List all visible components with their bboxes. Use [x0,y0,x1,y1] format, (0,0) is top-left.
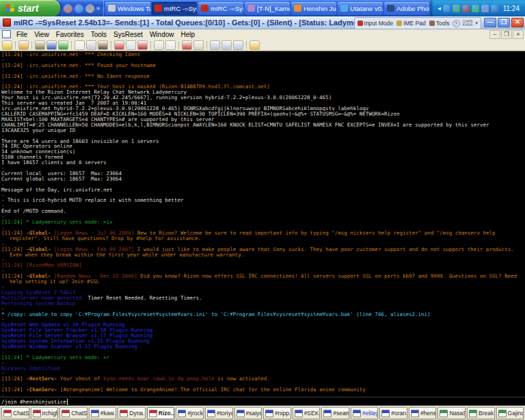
switchbar-button[interactable]: #elitej... [351,407,379,419]
clipboard-icon[interactable] [193,40,204,50]
ime-item-icon [429,21,435,26]
restore-button[interactable]: ❐ [498,18,510,27]
menu-item-favorites[interactable]: Favorites [53,31,88,38]
mirc-window: mIRC -=SysReset 2.54b13=- Sends:[1] - To… [0,16,525,420]
chat-line: - [1,285,524,290]
taskbar-window-button[interactable]: mIRC -=SysR... [152,2,197,15]
help-globe-icon[interactable] [46,40,57,50]
query-window-icon [440,410,448,417]
mdi-close-button[interactable]: × [513,30,524,39]
mirc-titlebar[interactable]: mIRC -=SysReset 2.54b13=- Sends:[1] - To… [0,16,525,29]
menu-item-tools[interactable]: Tools [88,31,110,38]
tray-browser-icon[interactable] [443,5,450,12]
taskbar-window-button[interactable]: Henshin Justic... [291,2,336,15]
cascade-icon[interactable] [233,40,243,50]
switchbar-button[interactable]: #nipp... [263,407,291,419]
channel-window-icon [295,410,303,417]
switchbar-button[interactable]: #kaw... [89,407,117,419]
switchbar-button[interactable]: #hens... [409,407,437,419]
chat-line: [11:24] [RizonMon VERSION] [1,263,524,268]
ime-language-bar: Input ModeIME PadTools ? CAPSKANA ▾ [354,17,481,29]
dcc-icon[interactable] [35,40,45,50]
quick-launch-overflow-chevron[interactable]: » [96,5,100,12]
switchbar-button[interactable]: Break... [467,407,495,419]
ime-item[interactable]: IME Pad [396,20,426,27]
tray-update-icon[interactable] [453,5,460,12]
mdi-minimize-button[interactable]: – [489,30,500,39]
tray-phone-icon[interactable] [481,5,489,12]
taskbar-window-button[interactable]: Adobe Photos... [384,2,429,15]
close-button[interactable]: ✕ [511,18,524,27]
timer-clock-icon[interactable] [86,40,96,50]
ime-item-label: Tools [436,20,450,27]
chat-line: [11:24] * Ladymercury sets mode: +r [1,355,524,360]
status-window-icon [120,410,128,417]
menu-item-sysreset[interactable]: SysReset [110,31,146,38]
address-book-icon[interactable] [98,40,108,50]
status-window-chat-log[interactable]: [11:24] -irc.unixfire.net- *** Checking … [0,51,525,397]
ime-chevron-icon[interactable]: ▾ [475,21,478,26]
send-file-icon[interactable] [154,40,164,50]
notepad-icon[interactable] [75,40,85,50]
options-folder-icon[interactable] [18,40,29,50]
switchbar-button[interactable]: Gajinder [496,407,524,419]
message-input[interactable]: /join #henshinjustice [0,397,525,406]
mirc-icon [201,5,208,12]
switchbar-button[interactable]: #jrock [176,407,204,419]
query-user-icon[interactable] [250,40,260,50]
switchbar-button[interactable]: #saiya... [234,407,262,419]
ime-caps-kana[interactable]: CAPSKANA [463,20,473,27]
taskbar-window-button[interactable]: [T-N]_Kamen_... [245,2,290,15]
status-window-icon [62,410,70,417]
switchbar-button[interactable]: #oran... [379,407,407,419]
menu-item-view[interactable]: View [31,31,53,38]
tray-antivirus-icon[interactable] [462,5,470,12]
ime-help-button[interactable]: ? [453,20,460,27]
channel-window-icon [265,410,273,417]
connect-icon[interactable] [2,40,12,50]
switchbar-button[interactable]: irchigh... [31,407,59,419]
tray-network-icon[interactable] [491,5,498,12]
internet-explorer-icon[interactable] [75,4,83,13]
ime-item[interactable]: Tools [429,20,450,27]
switchbar-button[interactable]: ChatS... [59,407,88,419]
ime-item[interactable]: Input Mode [358,20,394,27]
switchbar-button[interactable]: ChatS... [1,407,29,419]
hide-tray-icons-chevron[interactable]: ◂ [438,5,441,12]
switchbar-button[interactable]: Rizo... [147,407,175,419]
switchbar-button-label: #seam... [333,410,349,417]
menu-item-help[interactable]: Help [177,31,198,38]
mirc-switchbar: ChatS...irchigh...ChatS...#kaw...Dyna...… [0,406,525,420]
get-file-icon[interactable] [165,40,176,50]
taskbar-window-button[interactable]: mIRC -=SysR... [198,2,243,15]
minimize-button[interactable]: — [484,18,496,27]
taskbar-window-button[interactable]: Windows Task... [105,2,150,15]
desktop-screen: start » Windows Task...mIRC -=SysR...mIR… [0,0,525,420]
mdi-restore-button[interactable]: ❐ [501,30,512,39]
messenger-icon[interactable] [85,4,94,13]
switchbar-button[interactable]: #toriya... [205,407,233,419]
channel-list-icon[interactable] [126,40,136,50]
chat-line: * /copy: unable to copy 'C:¥Program File… [1,312,524,317]
highlight-icon[interactable] [182,40,192,50]
scripts-editor-icon[interactable] [58,40,68,50]
chat-line: [11:24] -HostServ- Your vhost of kyon.ne… [1,376,524,382]
tile-vertical-icon[interactable] [221,40,232,50]
channel-window-icon [381,410,390,417]
tile-horizontal-icon[interactable] [210,40,220,50]
taskbar-window-button[interactable]: Utatane v0.2... [338,2,383,15]
menu-item-file[interactable]: File [13,31,31,38]
switchbar-button-label: Gajinder [508,410,524,417]
quick-launch-bar: » [60,0,104,16]
switchbar-button[interactable]: #seam... [321,407,349,419]
favorites-icon[interactable] [114,40,124,50]
menu-item-window[interactable]: Window [146,31,178,38]
switchbar-button[interactable]: #SEK... [293,407,321,419]
switchbar-button[interactable]: NasaS... [438,407,466,419]
switchbar-button[interactable]: Dyna... [118,407,146,419]
start-button[interactable]: start [0,0,60,16]
firefox-icon[interactable] [64,4,72,13]
switchbar-button-label: #oran... [391,410,407,417]
colors-icon[interactable] [137,40,148,50]
tray-status-icon[interactable] [472,5,479,12]
